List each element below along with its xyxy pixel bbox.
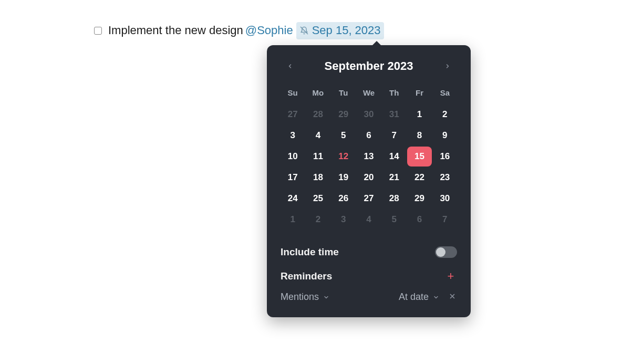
calendar-day[interactable]: 18 [306, 168, 330, 188]
task-date-tag[interactable]: Sep 15, 2023 [296, 22, 384, 39]
reminder-item-row: Mentions At date [277, 287, 460, 305]
calendar-day[interactable]: 8 [407, 126, 431, 145]
calendar-day[interactable]: 3 [281, 126, 305, 145]
chevron-down-icon [433, 294, 439, 300]
calendar-day[interactable]: 27 [281, 105, 305, 124]
calendar-header: September 2023 [277, 56, 460, 84]
include-time-row: Include time [277, 239, 460, 265]
calendar-day[interactable]: 1 [407, 105, 431, 124]
calendar-day[interactable]: 21 [382, 168, 406, 188]
calendar-day[interactable]: 7 [433, 210, 457, 230]
prev-month-button[interactable] [283, 59, 297, 74]
popover-arrow [372, 41, 381, 46]
reminder-type-value: Mentions [281, 292, 319, 303]
calendar-day[interactable]: 30 [433, 189, 457, 209]
next-month-button[interactable] [440, 59, 455, 74]
calendar-dow: Sa [433, 84, 457, 103]
calendar-day[interactable]: 25 [306, 189, 330, 209]
calendar-day[interactable]: 23 [433, 168, 457, 188]
reminders-label: Reminders [281, 271, 332, 282]
calendar-day[interactable]: 16 [433, 147, 457, 167]
calendar-day[interactable]: 4 [306, 126, 330, 145]
include-time-toggle[interactable] [435, 246, 457, 258]
task-row: Implement the new design @Sophie Sep 15,… [94, 22, 384, 39]
reminder-type-dropdown[interactable]: Mentions [281, 292, 329, 303]
calendar-day[interactable]: 17 [281, 168, 305, 188]
date-picker-popover: September 2023 SuMoTuWeThFrSa27282930311… [267, 45, 471, 317]
calendar-dow: Mo [306, 84, 330, 103]
calendar-day[interactable]: 2 [433, 105, 457, 124]
calendar-day[interactable]: 10 [281, 147, 305, 167]
calendar-dow: Tu [331, 84, 356, 103]
calendar-day[interactable]: 27 [357, 189, 381, 209]
task-date-label: Sep 15, 2023 [312, 23, 381, 39]
calendar-day[interactable]: 28 [306, 105, 330, 124]
calendar-day[interactable]: 3 [331, 210, 356, 230]
calendar-grid: SuMoTuWeThFrSa27282930311234567891011121… [277, 84, 460, 230]
calendar-day[interactable]: 11 [306, 147, 330, 167]
toggle-knob [436, 247, 445, 257]
calendar-day[interactable]: 30 [357, 105, 381, 124]
calendar-day[interactable]: 26 [331, 189, 356, 209]
calendar-dow: We [357, 84, 381, 103]
calendar-day[interactable]: 1 [281, 210, 305, 230]
add-reminder-button[interactable]: + [444, 269, 457, 283]
bell-icon [299, 26, 309, 35]
calendar-day[interactable]: 4 [357, 210, 381, 230]
remove-reminder-button[interactable] [448, 292, 457, 303]
calendar-day[interactable]: 29 [407, 189, 431, 209]
reminders-row: Reminders + [277, 265, 460, 287]
calendar-day[interactable]: 6 [407, 210, 431, 230]
calendar-day[interactable]: 14 [382, 147, 406, 167]
task-mention[interactable]: @Sophie [245, 23, 293, 39]
calendar-month-title: September 2023 [325, 59, 413, 73]
calendar-day[interactable]: 29 [331, 105, 356, 124]
task-checkbox[interactable] [94, 27, 102, 35]
calendar-day[interactable]: 7 [382, 126, 406, 145]
calendar-dow: Th [382, 84, 406, 103]
calendar-day[interactable]: 5 [331, 126, 356, 145]
include-time-label: Include time [281, 246, 339, 258]
calendar-day[interactable]: 9 [433, 126, 457, 145]
calendar-dow: Su [281, 84, 305, 103]
calendar-dow: Fr [407, 84, 431, 103]
calendar-day[interactable]: 22 [407, 168, 431, 188]
calendar-day[interactable]: 5 [382, 210, 406, 230]
calendar-day[interactable]: 20 [357, 168, 381, 188]
task-text: Implement the new design [108, 23, 243, 39]
calendar-day[interactable]: 12 [331, 147, 356, 167]
reminder-when-dropdown[interactable]: At date [399, 292, 439, 303]
chevron-down-icon [323, 294, 329, 300]
calendar-day[interactable]: 31 [382, 105, 406, 124]
reminder-when-value: At date [399, 292, 429, 303]
calendar-day[interactable]: 15 [407, 147, 431, 167]
calendar-day[interactable]: 2 [306, 210, 330, 230]
calendar-day[interactable]: 13 [357, 147, 381, 167]
calendar-day[interactable]: 28 [382, 189, 406, 209]
calendar-day[interactable]: 19 [331, 168, 356, 188]
calendar-day[interactable]: 24 [281, 189, 305, 209]
calendar-day[interactable]: 6 [357, 126, 381, 145]
